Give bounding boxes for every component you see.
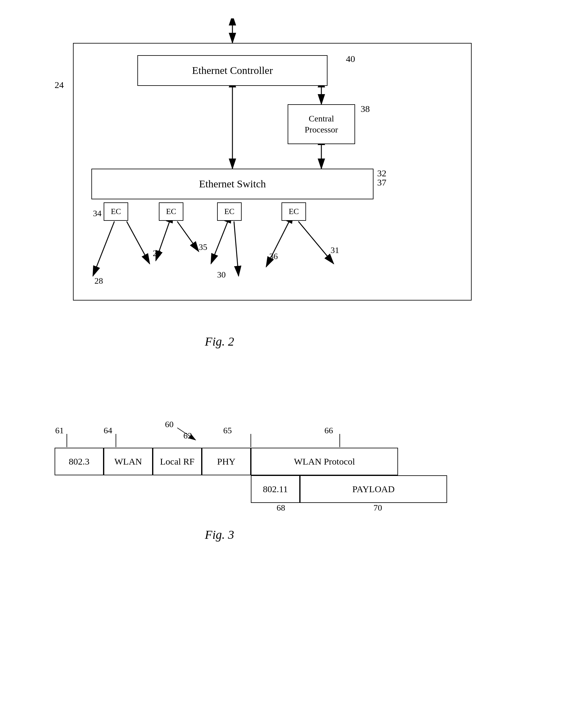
cell-phy: PHY bbox=[202, 448, 251, 475]
cell-payload: PAYLOAD bbox=[300, 475, 447, 503]
label-29: 29 bbox=[153, 248, 161, 258]
label-38: 38 bbox=[361, 104, 370, 114]
page: 24 Ethernet Controller 40 CentralProcess… bbox=[0, 0, 563, 728]
label-66: 66 bbox=[324, 426, 333, 435]
ec-box-2: EC bbox=[159, 202, 183, 221]
ec-box-1: EC bbox=[104, 202, 128, 221]
central-processor-box: CentralProcessor bbox=[288, 104, 355, 144]
cell-wlan: WLAN bbox=[104, 448, 153, 475]
label-30: 30 bbox=[217, 270, 226, 280]
fig3-diagram: 61 64 60 62 65 66 68 70 802.3 WLAN Local… bbox=[36, 374, 527, 552]
label-40: 40 bbox=[346, 54, 355, 64]
ethernet-controller-box: Ethernet Controller bbox=[137, 55, 327, 86]
label-64: 64 bbox=[104, 426, 112, 435]
ec-box-3: EC bbox=[217, 202, 242, 221]
label-62: 62 bbox=[183, 431, 192, 441]
packet-row-2: 802.11 PAYLOAD bbox=[251, 475, 447, 503]
ec-box-4: EC bbox=[281, 202, 306, 221]
label-61: 61 bbox=[55, 426, 64, 435]
label-36: 36 bbox=[269, 251, 278, 261]
fig2-diagram: 24 Ethernet Controller 40 CentralProcess… bbox=[36, 18, 527, 356]
cell-wlan-protocol: WLAN Protocol bbox=[251, 448, 398, 475]
cell-802-11: 802.11 bbox=[251, 475, 300, 503]
cell-802-3: 802.3 bbox=[55, 448, 104, 475]
label-37: 37 bbox=[377, 177, 386, 188]
label-65: 65 bbox=[223, 426, 232, 435]
ethernet-switch-box: Ethernet Switch bbox=[91, 169, 373, 199]
label-35: 35 bbox=[199, 242, 207, 252]
label-68: 68 bbox=[277, 503, 285, 513]
label-60: 60 bbox=[165, 420, 174, 429]
fig3-caption: Fig. 3 bbox=[205, 527, 234, 542]
fig2-caption: Fig. 2 bbox=[205, 334, 234, 349]
cell-local-rf: Local RF bbox=[153, 448, 202, 475]
packet-row-1: 802.3 WLAN Local RF PHY WLAN Protocol bbox=[55, 448, 398, 475]
label-31: 31 bbox=[331, 245, 339, 255]
label-32: 32 bbox=[377, 168, 386, 178]
label-70: 70 bbox=[373, 503, 382, 513]
label-24: 24 bbox=[55, 80, 64, 90]
label-34: 34 bbox=[93, 209, 101, 218]
label-28: 28 bbox=[94, 276, 103, 286]
